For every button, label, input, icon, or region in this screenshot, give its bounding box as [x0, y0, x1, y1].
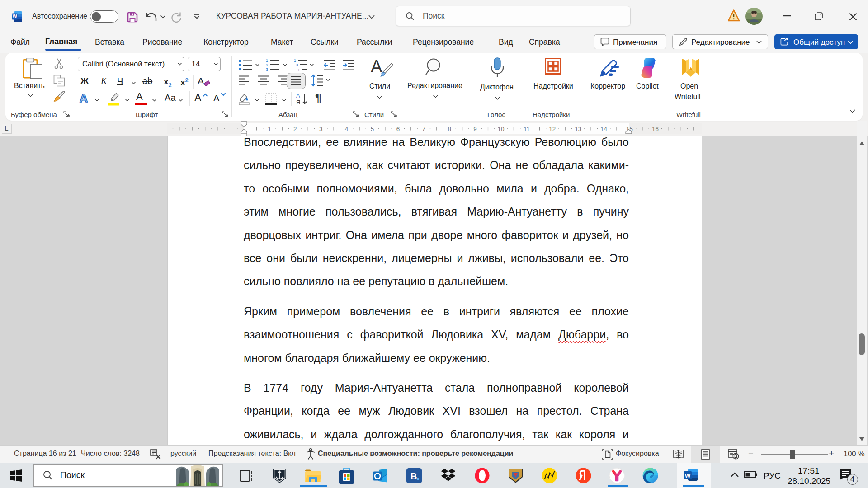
svg-text:W: W: [685, 472, 691, 479]
svg-text:B: B: [410, 471, 417, 481]
